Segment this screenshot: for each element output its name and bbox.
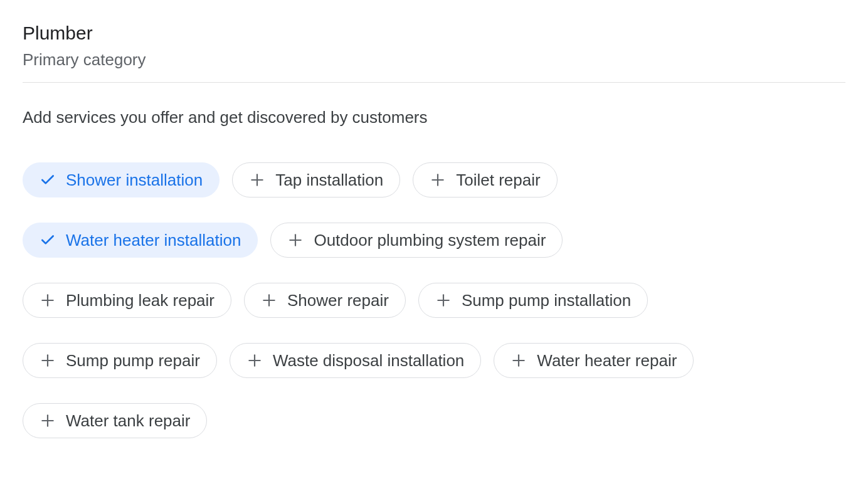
- service-chip-label: Shower repair: [287, 292, 389, 308]
- plus-icon: [287, 232, 304, 248]
- category-subtitle: Primary category: [23, 50, 845, 70]
- category-header: Plumber Primary category: [23, 23, 845, 83]
- service-chip[interactable]: Plumbing leak repair: [23, 283, 231, 318]
- service-chip[interactable]: Sump pump repair: [23, 343, 217, 378]
- service-chip-label: Plumbing leak repair: [66, 292, 214, 308]
- service-chip[interactable]: Water heater repair: [494, 343, 694, 378]
- service-chip-label: Shower installation: [66, 172, 203, 188]
- service-chip-label: Outdoor plumbing system repair: [314, 232, 546, 248]
- check-icon: [40, 232, 56, 248]
- service-chip-label: Sump pump repair: [66, 352, 200, 369]
- services-description: Add services you offer and get discovere…: [23, 108, 845, 127]
- service-chip-label: Sump pump installation: [462, 292, 631, 308]
- plus-icon: [511, 352, 527, 369]
- plus-icon: [40, 413, 56, 429]
- service-chip[interactable]: Tap installation: [232, 162, 400, 197]
- plus-icon: [430, 172, 446, 188]
- service-chip[interactable]: Outdoor plumbing system repair: [270, 223, 563, 258]
- service-chip[interactable]: Water tank repair: [23, 403, 207, 438]
- plus-icon: [249, 172, 265, 188]
- service-chip-label: Water heater repair: [537, 352, 677, 369]
- service-chip[interactable]: Water heater installation: [23, 223, 258, 258]
- service-chip-label: Water heater installation: [66, 232, 241, 248]
- plus-icon: [435, 292, 452, 308]
- service-chip-label: Water tank repair: [66, 413, 190, 429]
- plus-icon: [40, 352, 56, 369]
- service-chip[interactable]: Shower repair: [244, 283, 406, 318]
- category-title: Plumber: [23, 23, 845, 44]
- plus-icon: [261, 292, 277, 308]
- service-chip[interactable]: Waste disposal installation: [230, 343, 481, 378]
- service-chip-label: Tap installation: [275, 172, 383, 188]
- services-chips-container: Shower installationTap installationToile…: [23, 162, 845, 438]
- service-chip-label: Waste disposal installation: [273, 352, 464, 369]
- service-chip[interactable]: Sump pump installation: [418, 283, 648, 318]
- service-chip[interactable]: Shower installation: [23, 162, 220, 197]
- service-chip-label: Toilet repair: [456, 172, 540, 188]
- check-icon: [40, 172, 56, 188]
- plus-icon: [246, 352, 263, 369]
- plus-icon: [40, 292, 56, 308]
- service-chip[interactable]: Toilet repair: [413, 162, 557, 197]
